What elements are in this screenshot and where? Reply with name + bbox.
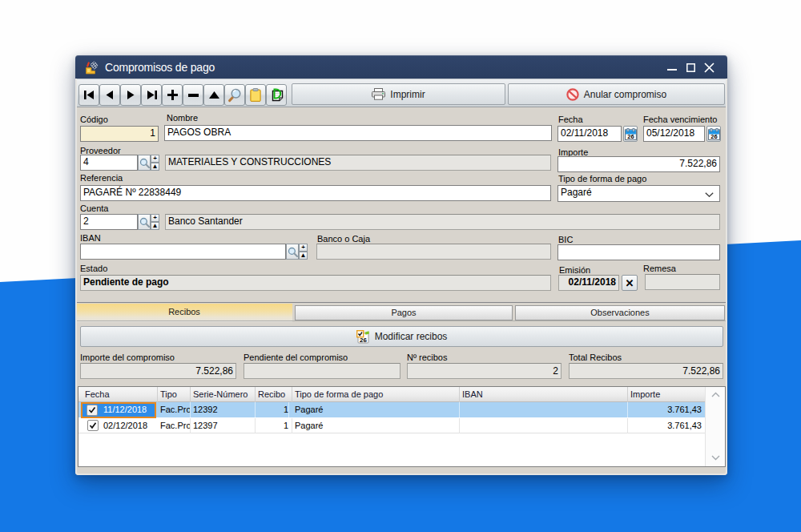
svg-text:26: 26 bbox=[627, 133, 634, 140]
svg-text:26: 26 bbox=[710, 133, 717, 140]
